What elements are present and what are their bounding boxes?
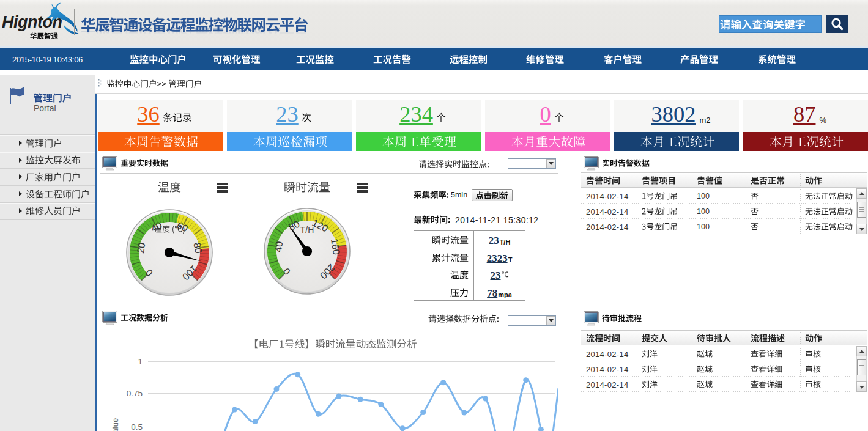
svg-text:80: 80 (192, 241, 204, 254)
svg-text:Value: Value (111, 418, 120, 431)
svg-text:1: 1 (138, 357, 143, 366)
svg-text:0.5: 0.5 (131, 422, 143, 431)
svg-text:20: 20 (135, 241, 147, 254)
svg-text:0.75: 0.75 (127, 389, 143, 398)
svg-text:40: 40 (273, 240, 285, 252)
